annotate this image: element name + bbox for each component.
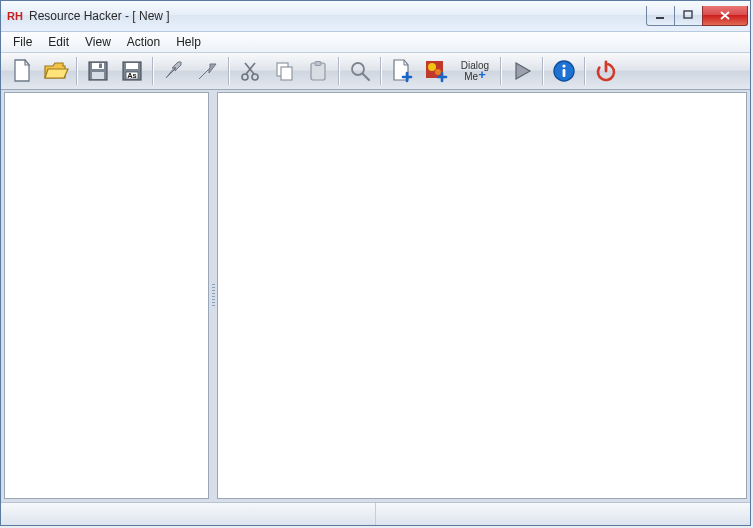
svg-marker-15 (199, 64, 216, 79)
toolbar: As (1, 53, 750, 90)
svg-rect-0 (656, 17, 664, 19)
menu-edit[interactable]: Edit (40, 33, 77, 51)
save-button[interactable] (81, 56, 115, 86)
add-resource-button[interactable] (385, 56, 419, 86)
svg-line-25 (363, 74, 369, 80)
menu-bar: File Edit View Action Help (1, 32, 750, 53)
client-area (1, 90, 750, 502)
svg-rect-23 (315, 62, 321, 66)
clipboard-icon (307, 60, 329, 82)
svg-point-37 (562, 64, 565, 67)
save-as-button[interactable]: As (115, 56, 149, 86)
magnifier-icon (349, 60, 371, 82)
svg-rect-9 (99, 64, 102, 69)
toolbar-separator (584, 57, 586, 85)
blob-plus-icon (424, 59, 448, 83)
app-icon: RH (7, 8, 23, 24)
toolbar-separator (380, 57, 382, 85)
svg-point-31 (428, 63, 436, 71)
svg-rect-38 (563, 69, 566, 77)
open-folder-icon (43, 60, 69, 82)
find-button[interactable] (343, 56, 377, 86)
run-button[interactable] (505, 56, 539, 86)
svg-rect-21 (281, 67, 292, 80)
toolbar-separator (542, 57, 544, 85)
svg-rect-1 (684, 11, 692, 18)
toolbar-separator (152, 57, 154, 85)
app-window: RH Resource Hacker - [ New ] File Edit V… (0, 0, 751, 526)
arrow-out-icon (197, 60, 219, 82)
arrow-in-icon (163, 60, 185, 82)
copy-button[interactable] (267, 56, 301, 86)
info-icon (552, 59, 576, 83)
window-title: Resource Hacker - [ New ] (29, 9, 170, 23)
svg-point-16 (242, 74, 248, 80)
add-dialog-button[interactable]: Dialog Me+ (453, 56, 497, 86)
menu-help[interactable]: Help (168, 33, 209, 51)
cut-button[interactable] (233, 56, 267, 86)
svg-point-32 (435, 69, 441, 75)
plus-icon: + (478, 67, 486, 82)
open-file-button[interactable] (39, 56, 73, 86)
floppy-icon (87, 60, 109, 82)
toolbar-separator (338, 57, 340, 85)
status-cell-2 (376, 503, 750, 525)
page-plus-icon (390, 59, 414, 83)
about-button[interactable] (547, 56, 581, 86)
status-cell-1 (1, 503, 376, 525)
import-button[interactable] (157, 56, 191, 86)
svg-marker-27 (404, 60, 408, 65)
floppy-as-icon: As (121, 60, 143, 82)
window-controls (646, 6, 748, 26)
title-bar: RH Resource Hacker - [ New ] (1, 1, 750, 32)
power-icon (594, 59, 618, 83)
new-file-icon (11, 59, 33, 83)
close-icon (719, 10, 731, 21)
svg-point-24 (352, 63, 364, 75)
svg-marker-35 (516, 63, 530, 79)
copy-icon (273, 60, 295, 82)
splitter-grip-icon (212, 284, 215, 308)
menu-view[interactable]: View (77, 33, 119, 51)
export-button[interactable] (191, 56, 225, 86)
svg-marker-5 (25, 60, 29, 65)
splitter[interactable] (211, 92, 215, 499)
tree-pane[interactable] (4, 92, 209, 499)
minimize-icon (655, 10, 666, 21)
status-bar (1, 502, 750, 525)
menu-action[interactable]: Action (119, 33, 168, 51)
svg-text:As: As (127, 71, 137, 80)
maximize-icon (683, 10, 694, 21)
svg-rect-8 (92, 72, 104, 79)
svg-point-17 (252, 74, 258, 80)
maximize-button[interactable] (674, 6, 703, 26)
new-file-button[interactable] (5, 56, 39, 86)
toolbar-separator (500, 57, 502, 85)
exit-button[interactable] (589, 56, 623, 86)
menu-file[interactable]: File (5, 33, 40, 51)
toolbar-separator (228, 57, 230, 85)
svg-rect-11 (126, 63, 138, 69)
content-pane[interactable] (217, 92, 747, 499)
dialog-label-2: Me+ (464, 71, 486, 82)
add-binary-button[interactable] (419, 56, 453, 86)
svg-rect-7 (92, 63, 104, 69)
minimize-button[interactable] (646, 6, 675, 26)
svg-marker-14 (166, 62, 181, 78)
close-button[interactable] (702, 6, 748, 26)
scissors-icon (239, 60, 261, 82)
paste-button[interactable] (301, 56, 335, 86)
play-icon (512, 61, 532, 81)
toolbar-separator (76, 57, 78, 85)
